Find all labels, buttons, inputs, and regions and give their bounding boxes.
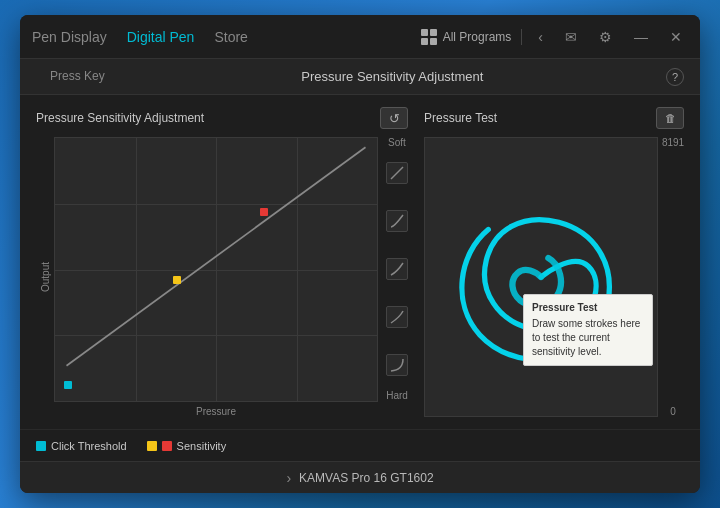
mail-icon[interactable]: ✉ — [559, 27, 583, 47]
all-programs-area[interactable]: All Programs — [421, 29, 512, 45]
nav-store[interactable]: Store — [214, 29, 247, 45]
x-axis-label: Pressure — [54, 406, 378, 417]
pressure-min-value: 0 — [670, 406, 676, 417]
main-window: Pen Display Digital Pen Store All Progra… — [20, 15, 700, 493]
right-panel-title: Pressure Test — [424, 111, 497, 125]
trash-icon: 🗑 — [665, 112, 676, 124]
nav-bar: Pen Display Digital Pen Store — [32, 29, 421, 45]
hard-label: Hard — [386, 390, 408, 401]
click-threshold-label: Click Threshold — [51, 440, 127, 452]
subheader-tabs: Press Key — [36, 59, 119, 95]
y-axis-label: Output — [40, 262, 51, 292]
ctrl-point-click-threshold[interactable] — [64, 381, 72, 389]
pressure-options-list — [386, 152, 408, 386]
svg-line-0 — [67, 147, 366, 366]
device-name: KAMVAS Pro 16 GT1602 — [299, 471, 434, 485]
legend-sensitivity: Sensitivity — [147, 440, 227, 452]
left-panel-title: Pressure Sensitivity Adjustment — [36, 111, 204, 125]
settings-icon[interactable]: ⚙ — [593, 27, 618, 47]
grid-icon — [421, 29, 437, 45]
minimize-btn[interactable]: — — [628, 27, 654, 47]
pressure-opt-2[interactable] — [386, 210, 408, 232]
chart-area: Pressure — [54, 137, 378, 417]
right-panel: Pressure Test 🗑 Pressure T — [424, 107, 684, 417]
subheader-title: Pressure Sensitivity Adjustment — [119, 69, 666, 84]
sensitivity-label: Sensitivity — [177, 440, 227, 452]
tooltip-body: Draw some strokes here to test the curre… — [532, 318, 640, 357]
left-panel-header: Pressure Sensitivity Adjustment ↺ — [36, 107, 408, 129]
legend-bar: Click Threshold Sensitivity — [20, 429, 700, 461]
click-threshold-dot — [36, 441, 46, 451]
device-bar[interactable]: › KAMVAS Pro 16 GT1602 — [20, 461, 700, 493]
pressure-curve-icon-5 — [390, 358, 404, 372]
pressure-opt-1[interactable] — [386, 162, 408, 184]
pressure-opt-3[interactable] — [386, 258, 408, 280]
titlebar-controls: All Programs ‹ ✉ ⚙ — ✕ — [421, 27, 688, 47]
main-content: Pressure Sensitivity Adjustment ↺ Output — [20, 95, 700, 429]
soft-label: Soft — [388, 137, 406, 148]
nav-pen-display[interactable]: Pen Display — [32, 29, 107, 45]
pressure-test-canvas[interactable]: Pressure Test Draw some strokes here to … — [424, 137, 658, 417]
device-chevron: › — [286, 470, 291, 486]
svg-line-1 — [391, 167, 403, 179]
sensitivity-dot-yellow — [147, 441, 157, 451]
y-axis-label-area: Output — [36, 137, 54, 417]
chart-wrapper: Output — [36, 137, 408, 417]
nav-digital-pen[interactable]: Digital Pen — [127, 29, 195, 45]
pressure-curve-icon-4 — [390, 310, 404, 324]
pressure-opt-4[interactable] — [386, 306, 408, 328]
separator — [521, 29, 522, 45]
sensitivity-dot-red — [162, 441, 172, 451]
ctrl-point-sensitivity[interactable] — [173, 276, 181, 284]
tab-press-key[interactable]: Press Key — [36, 59, 119, 95]
pressure-presets: Soft — [378, 137, 408, 417]
pressure-curve-svg — [55, 138, 377, 380]
left-panel: Pressure Sensitivity Adjustment ↺ Output — [36, 107, 408, 417]
prev-btn[interactable]: ‹ — [532, 27, 549, 47]
pressure-value-scale: 8191 0 — [662, 137, 684, 417]
help-button[interactable]: ? — [666, 68, 684, 86]
clear-pressure-test-button[interactable]: 🗑 — [656, 107, 684, 129]
pressure-test-tooltip: Pressure Test Draw some strokes here to … — [523, 294, 653, 366]
pressure-curve-icon-3 — [390, 262, 404, 276]
ctrl-point-upper[interactable] — [260, 208, 268, 216]
reset-button[interactable]: ↺ — [380, 107, 408, 129]
right-panel-header: Pressure Test 🗑 — [424, 107, 684, 129]
pressure-opt-5[interactable] — [386, 354, 408, 376]
close-btn[interactable]: ✕ — [664, 27, 688, 47]
pressure-curve-icon-1 — [390, 166, 404, 180]
spiral-drawing — [425, 138, 657, 416]
tooltip-title: Pressure Test — [532, 301, 644, 315]
all-programs-label: All Programs — [443, 30, 512, 44]
legend-click-threshold: Click Threshold — [36, 440, 127, 452]
pressure-test-wrapper: Pressure Test Draw some strokes here to … — [424, 137, 658, 417]
chart-canvas[interactable] — [54, 137, 378, 402]
pressure-curve-icon-2 — [390, 214, 404, 228]
pressure-max-value: 8191 — [662, 137, 684, 148]
right-panel-inner: Pressure Test Draw some strokes here to … — [424, 137, 684, 417]
titlebar: Pen Display Digital Pen Store All Progra… — [20, 15, 700, 59]
subheader: Press Key Pressure Sensitivity Adjustmen… — [20, 59, 700, 95]
